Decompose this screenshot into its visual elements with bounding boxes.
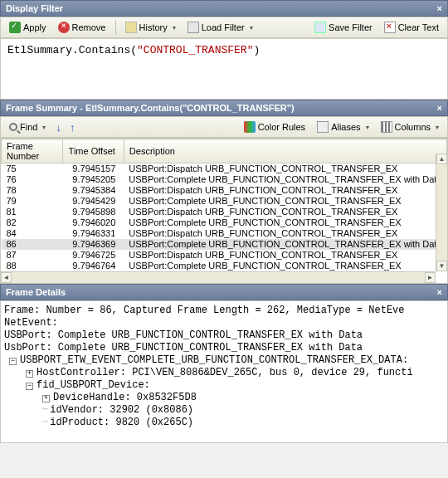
frame-details-tree[interactable]: Frame: Number = 86, Captured Frame Lengt… [0, 300, 448, 443]
col-frame-number[interactable]: Frame Number [2, 139, 63, 163]
table-row[interactable]: 769.7945205USBPort:Complete URB_FUNCTION… [2, 174, 447, 185]
find-button[interactable]: Find [4, 120, 51, 134]
table-row[interactable]: 829.7946020USBPort:Complete URB_FUNCTION… [2, 217, 447, 228]
display-filter-title: Display Filter [6, 3, 63, 13]
table-row[interactable]: 889.7946764USBPort:Complete URB_FUNCTION… [2, 261, 447, 271]
detail-frame-line[interactable]: Frame: Number = 86, Captured Frame Lengt… [4, 305, 444, 317]
detail-usbport2-line[interactable]: UsbPort: Complete URB_FUNCTION_CONTROL_T… [4, 342, 444, 354]
table-row[interactable]: 849.7946331USBPort:Dispatch URB_FUNCTION… [2, 228, 447, 239]
clear-text-button[interactable]: Clear Text [379, 19, 444, 36]
columns-icon [381, 121, 392, 133]
expand-icon[interactable]: + [42, 395, 50, 402]
detail-idproduct-line[interactable]: idProduct: 9820 (0x265C) [4, 417, 444, 429]
table-header-row: Frame Number Time Offset Description [2, 139, 447, 163]
clear-icon [384, 22, 396, 33]
load-filter-button[interactable]: Load Filter [183, 19, 258, 36]
frame-details-header: Frame Details × [0, 284, 448, 300]
load-icon [187, 22, 199, 33]
table-row[interactable]: 819.7945898USBPort:Dispatch URB_FUNCTION… [2, 207, 447, 217]
save-icon [314, 22, 326, 33]
search-icon [9, 123, 17, 131]
col-time-offset[interactable]: Time Offset [63, 139, 124, 163]
detail-fid-node[interactable]: −fid_USBPORT_Device: [4, 379, 444, 392]
scroll-left-button[interactable]: ◄ [1, 272, 12, 283]
columns-button[interactable]: Columns [376, 119, 444, 135]
scroll-up-button[interactable]: ▲ [436, 154, 447, 164]
table-row[interactable]: 879.7946725USBPort:Dispatch URB_FUNCTION… [2, 250, 447, 261]
vertical-scrollbar[interactable]: ▲ ▼ [436, 154, 447, 271]
separator [115, 20, 116, 35]
detail-idvendor-line[interactable]: idVendor: 32902 (0x8086) [4, 404, 444, 417]
frame-details-title: Frame Details [6, 287, 66, 297]
save-filter-button[interactable]: Save Filter [309, 19, 377, 36]
table-row[interactable]: 869.7946369USBPort:Complete URB_FUNCTION… [2, 239, 447, 250]
collapse-icon[interactable]: − [26, 383, 33, 390]
color-rules-button[interactable]: Color Rules [239, 119, 310, 135]
detail-devicehandle-node[interactable]: +DeviceHandle: 0x8532F5D8 [4, 392, 444, 404]
find-prev-button[interactable]: ↑ [66, 121, 79, 134]
close-icon[interactable]: × [437, 287, 442, 297]
scroll-down-button[interactable]: ▼ [436, 261, 447, 271]
expand-icon[interactable]: + [26, 370, 33, 378]
color-rules-icon [244, 121, 256, 133]
horizontal-scrollbar[interactable]: ◄ ► [1, 271, 436, 283]
frame-summary-toolbar: Find ↓ ↑ Color Rules Aliases Columns [0, 116, 448, 138]
table-row[interactable]: 789.7945384USBPort:Dispatch URB_FUNCTION… [2, 185, 447, 196]
frame-summary-title: Frame Summary - EtlSummary.Contains("CON… [6, 103, 295, 113]
close-icon[interactable]: × [437, 3, 442, 13]
remove-button[interactable]: Remove [53, 19, 111, 36]
collapse-icon[interactable]: − [9, 358, 17, 365]
frame-summary-grid[interactable]: Frame Number Time Offset Description 759… [0, 138, 448, 284]
display-filter-toolbar: Apply Remove History Load Filter Save Fi… [0, 17, 448, 38]
display-filter-header: Display Filter × [0, 0, 448, 17]
detail-usbport-line[interactable]: USBPort: Complete URB_FUNCTION_CONTROL_T… [4, 329, 444, 342]
filter-expression-input[interactable]: EtlSummary.Contains("CONTROL_TRANSFER") [0, 38, 448, 100]
scroll-right-button[interactable]: ► [425, 272, 436, 283]
aliases-button[interactable]: Aliases [312, 119, 373, 135]
apply-button[interactable]: Apply [4, 19, 51, 36]
close-icon[interactable]: × [437, 103, 442, 113]
detail-netevent-line[interactable]: NetEvent: [4, 317, 444, 329]
detail-data-node[interactable]: −USBPORT_ETW_EVENT_COMPLETE_URB_FUNCTION… [4, 354, 444, 367]
frame-summary-header: Frame Summary - EtlSummary.Contains("CON… [0, 100, 448, 116]
detail-hostcontroller-node[interactable]: +HostController: PCI\VEN_8086&DEV_265C, … [4, 367, 444, 379]
history-icon [125, 22, 137, 33]
aliases-icon [317, 121, 329, 133]
history-button[interactable]: History [120, 19, 181, 36]
table-row[interactable]: 759.7945157USBPort:Dispatch URB_FUNCTION… [2, 163, 447, 175]
find-next-button[interactable]: ↓ [52, 121, 65, 134]
col-description[interactable]: Description [124, 139, 446, 163]
check-icon [9, 22, 21, 33]
remove-icon [58, 22, 70, 33]
table-row[interactable]: 799.7945429USBPort:Complete URB_FUNCTION… [2, 196, 447, 207]
